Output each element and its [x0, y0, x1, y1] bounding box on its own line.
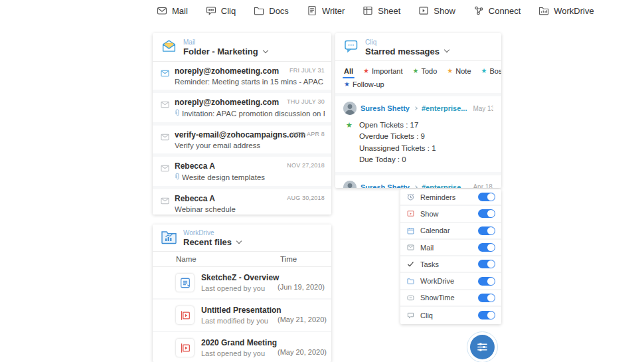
toggle-row-mail: Mail	[400, 240, 501, 256]
drive-icon	[538, 5, 549, 16]
file-time: (Jun 19, 2020)	[278, 283, 325, 291]
chevron-right-icon	[414, 106, 418, 110]
mail-icon	[406, 244, 415, 250]
cliq-chat-icon	[343, 38, 359, 56]
starred-message[interactable]: Suresh Shetty #enterprise... May 13,08:1…	[335, 96, 501, 175]
cliq-toggle[interactable]	[478, 311, 495, 319]
nav-item-docs[interactable]: Docs	[254, 5, 289, 16]
toggle-row-showtime: ShowTime	[400, 290, 501, 307]
file-time: (May 21, 2020)	[278, 316, 327, 323]
message-author[interactable]: Suresh Shetty	[361, 183, 410, 188]
widget-toggle-panel: Reminders Show Calendar Mail Tasks WorkD…	[400, 189, 501, 324]
nav-item-cliq[interactable]: Cliq	[206, 5, 236, 16]
file-name: 2020 Grand Meeting	[201, 338, 277, 347]
email-date: NOV 27,2018	[287, 162, 325, 169]
email-row[interactable]: verify-email@zohocampaigns.com Verify yo…	[153, 126, 331, 157]
nav-label: Show	[434, 6, 455, 16]
presentation-icon	[418, 5, 429, 16]
message-channel[interactable]: #enterprise...	[422, 183, 467, 188]
email-row[interactable]: Rebecca A Webinar schedule AUG 30,2018	[153, 189, 331, 215]
envelope-icon	[161, 195, 169, 213]
starred-message[interactable]: Suresh Shetty #enterprise... Apr 18,05:1…	[335, 175, 501, 188]
message-text: Open Tickets : 17 Overdue Tickets : 9 Un…	[359, 120, 436, 166]
document-icon	[307, 5, 317, 16]
nav-item-mail[interactable]: Mail	[157, 5, 188, 16]
mail-toggle[interactable]	[478, 243, 495, 252]
email-subject: Wesite design templates	[182, 173, 265, 181]
show-icon	[406, 210, 415, 217]
email-subject: Invitation: APAC promotion discussion on…	[182, 110, 325, 118]
toggle-row-reminders: Reminders	[400, 189, 501, 206]
workdrive-widget: WorkDrive Recent files Name Time Sketche…	[153, 225, 331, 362]
star-icon[interactable]: ★	[346, 120, 353, 166]
toggle-row-workdrive: WorkDrive	[400, 273, 501, 290]
nav-label: Connect	[489, 6, 521, 16]
file-meta: Last opened by you	[201, 284, 279, 292]
email-row[interactable]: Rebecca A Wesite design templates NOV 27…	[153, 157, 331, 189]
nav-label: Writer	[322, 6, 345, 16]
nav-item-sheet[interactable]: Sheet	[362, 5, 400, 16]
envelope-icon	[161, 68, 169, 86]
workdrive-folder-chart-icon	[161, 230, 177, 247]
attachment-icon	[175, 173, 180, 182]
mail-folder-dropdown[interactable]: Folder - Marketing	[183, 46, 268, 56]
email-subject: Webinar schedule	[175, 205, 236, 213]
email-row[interactable]: noreply@zohomeeting.com Reminder: Meetin…	[153, 62, 331, 93]
avatar	[343, 181, 357, 188]
tab-follow-up[interactable]: ★Follow-up	[344, 80, 384, 88]
file-row[interactable]: 2020 Grand Meeting Last opened by you (M…	[153, 332, 331, 362]
reminders-toggle[interactable]	[478, 193, 495, 201]
envelope-icon	[161, 132, 169, 149]
network-icon	[473, 5, 484, 16]
calendar-toggle[interactable]	[478, 226, 495, 235]
nav-label: Docs	[269, 6, 289, 16]
showtime-toggle[interactable]	[478, 294, 495, 302]
file-name: Untitled Presentation	[201, 306, 282, 315]
chevron-right-icon	[414, 185, 418, 188]
customize-widgets-button[interactable]	[467, 331, 498, 362]
mail-app-label: Mail	[183, 39, 268, 46]
tab-boss[interactable]: ★Boss	[481, 67, 501, 80]
message-time: May 13,08:12 ...	[473, 105, 493, 112]
message-author[interactable]: Suresh Shetty	[361, 104, 410, 112]
envelope-icon	[161, 163, 169, 182]
email-sender: Rebecca A	[175, 194, 236, 203]
tab-important[interactable]: ★Important	[363, 67, 402, 80]
file-time: (May 20, 2020)	[278, 348, 327, 356]
nav-item-workdrive[interactable]: WorkDrive	[538, 5, 594, 16]
file-row[interactable]: Untitled Presentation Last modified by y…	[153, 300, 331, 332]
nav-item-connect[interactable]: Connect	[473, 5, 521, 16]
workdrive-toggle[interactable]	[478, 277, 495, 286]
mail-open-envelope-icon	[161, 38, 177, 57]
show-toggle[interactable]	[478, 209, 495, 218]
email-row[interactable]: noreply@zohomeeting.com Invitation: APAC…	[153, 93, 331, 126]
chat-icon	[206, 5, 216, 16]
toggle-row-cliq: Cliq	[400, 307, 501, 323]
nav-label: Sheet	[378, 6, 400, 16]
nav-label: WorkDrive	[554, 6, 594, 16]
email-date: FRI JULY 31	[289, 67, 325, 74]
cliq-view-dropdown[interactable]: Starred messages	[365, 46, 449, 56]
envelope-icon	[161, 99, 169, 118]
message-channel[interactable]: #enterprise...	[422, 104, 467, 112]
chevron-down-icon	[262, 47, 268, 52]
tab-all[interactable]: All	[344, 67, 353, 80]
column-header-time: Time	[280, 255, 297, 263]
spreadsheet-icon	[362, 5, 373, 16]
email-subject: Reminder: Meeting starts in 15 mins - AP…	[175, 78, 325, 86]
chevron-down-icon	[236, 238, 242, 243]
showtime-icon	[406, 295, 415, 301]
nav-item-writer[interactable]: Writer	[307, 5, 345, 16]
tab-note[interactable]: ★Note	[447, 67, 471, 80]
tasks-toggle[interactable]	[478, 260, 495, 268]
reminders-icon	[406, 193, 415, 201]
calendar-icon	[406, 227, 415, 234]
email-date: AUG 30,2018	[287, 195, 325, 201]
drive-icon	[406, 278, 415, 284]
file-row[interactable]: SketcheZ - Overview Last opened by you (…	[153, 267, 331, 300]
tab-todo[interactable]: ★Todo	[413, 67, 438, 80]
workdrive-view-dropdown[interactable]: Recent files	[183, 237, 241, 247]
file-meta: Last opened by you	[201, 349, 277, 357]
mail-icon	[157, 5, 167, 16]
nav-item-show[interactable]: Show	[418, 5, 455, 16]
